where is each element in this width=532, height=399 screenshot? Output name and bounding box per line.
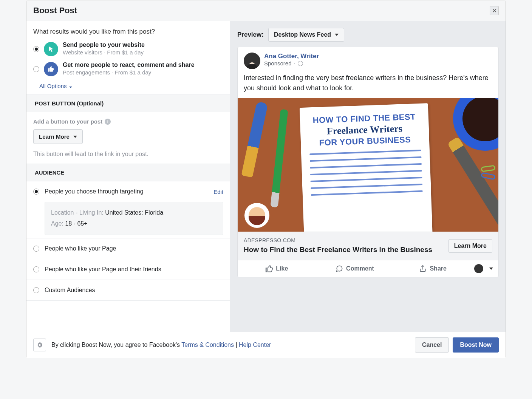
terms-link[interactable]: Terms & Conditions xyxy=(181,342,234,348)
button-type-dropdown[interactable]: Learn More xyxy=(33,129,83,144)
cancel-button[interactable]: Cancel xyxy=(415,337,449,353)
radio-icon xyxy=(33,66,39,72)
post-actions-bar: Like Comment Share xyxy=(238,260,498,277)
close-button[interactable]: ✕ xyxy=(490,6,499,15)
pen-graphic xyxy=(241,101,268,178)
link-preview-card[interactable]: ADESPRESSO.COM How to Find the Best Free… xyxy=(238,232,498,260)
objective-title: Send people to your website xyxy=(63,42,145,48)
like-button[interactable]: Like xyxy=(238,260,316,277)
post-preview-card: Ana Gotter, Writer Sponsored · Intereste… xyxy=(237,47,499,277)
comment-button[interactable]: Comment xyxy=(316,260,394,277)
radio-icon xyxy=(33,46,39,52)
paperclips-graphic xyxy=(481,166,495,181)
paper-graphic: HOW TO FIND THE BEST Freelance Writers F… xyxy=(300,103,433,232)
objective-website[interactable]: Send people to your website Website visi… xyxy=(26,39,230,59)
chevron-down-icon xyxy=(335,34,339,36)
dialog-footer: By clicking Boost Now, you agree to Face… xyxy=(26,332,506,358)
fountain-pen-graphic xyxy=(447,136,498,232)
objective-question: What results would you like from this po… xyxy=(26,21,230,39)
targeting-details: Location - Living In: United States: Flo… xyxy=(45,202,223,235)
preview-pane: Preview: Desktop News Feed Ana Gotter, W… xyxy=(230,21,506,332)
cta-button[interactable]: Learn More xyxy=(448,239,492,253)
chevron-down-icon[interactable] xyxy=(489,268,493,270)
post-author-link[interactable]: Ana Gotter, Writer xyxy=(264,53,319,60)
objective-title: Get more people to react, comment and sh… xyxy=(63,62,195,68)
all-options-link[interactable]: All Options xyxy=(26,79,230,94)
objective-subtitle: Website visitors · From $1 a day xyxy=(63,48,145,57)
user-avatar-sm[interactable] xyxy=(474,264,483,273)
link-title: How to Find the Best Freelance Writers i… xyxy=(244,245,432,255)
button-help-text: This button will lead to the link in you… xyxy=(33,151,223,158)
link-domain: ADESPRESSO.COM xyxy=(244,237,432,243)
audience-section-header: AUDIENCE xyxy=(26,164,230,181)
dialog-title: Boost Post xyxy=(33,6,77,15)
post-button-section-header: POST BUTTON (Optional) xyxy=(26,94,230,112)
settings-pane: What results would you like from this po… xyxy=(26,21,230,332)
settings-gear-button[interactable] xyxy=(33,339,46,351)
like-icon xyxy=(44,62,58,76)
objective-subtitle: Post engagements · From $1 a day xyxy=(63,68,195,77)
pencil-graphic xyxy=(270,109,288,208)
post-image[interactable]: HOW TO FIND THE BEST Freelance Writers F… xyxy=(238,98,498,232)
dialog-header: Boost Post ✕ xyxy=(26,0,506,21)
add-button-label: Add a button to your post i xyxy=(33,118,223,125)
mascot-avatar-graphic xyxy=(244,203,269,228)
share-button[interactable]: Share xyxy=(394,260,472,277)
edit-targeting-link[interactable]: Edit xyxy=(213,189,223,195)
globe-icon xyxy=(298,61,303,66)
audience-option-custom[interactable]: Custom Audiences xyxy=(26,280,230,301)
cursor-icon xyxy=(44,42,58,56)
info-icon[interactable]: i xyxy=(105,119,111,125)
audience-option-targeting[interactable]: People you choose through targeting Edit xyxy=(26,181,230,202)
boost-now-button[interactable]: Boost Now xyxy=(453,337,499,353)
audience-option-fans-friends[interactable]: People who like your Page and their frie… xyxy=(26,259,230,280)
audience-option-page-fans[interactable]: People who like your Page xyxy=(26,238,230,259)
post-body-text: Interested in finding the very best free… xyxy=(238,73,498,98)
author-avatar[interactable] xyxy=(244,53,260,69)
radio-icon xyxy=(33,287,39,293)
post-meta: Sponsored · xyxy=(264,60,319,66)
radio-icon xyxy=(33,189,39,195)
preview-label: Preview: xyxy=(237,31,264,39)
help-center-link[interactable]: Help Center xyxy=(239,342,271,348)
chevron-down-icon xyxy=(73,136,77,138)
objective-engagement[interactable]: Get more people to react, comment and sh… xyxy=(26,59,230,79)
radio-icon xyxy=(33,266,39,272)
footer-agreement-text: By clicking Boost Now, you agree to Face… xyxy=(51,342,271,348)
radio-icon xyxy=(33,246,39,252)
preview-placement-dropdown[interactable]: Desktop News Feed xyxy=(268,28,344,42)
